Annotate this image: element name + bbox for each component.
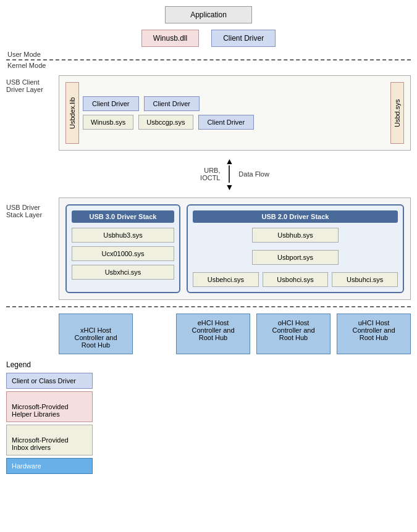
winusb-dll-label: Winusb.dll: [153, 34, 187, 43]
diagram: Application Winusb.dll Client Driver Use…: [0, 0, 417, 486]
arrow-double: ▲ ▼: [225, 157, 234, 191]
application-section: Application: [6, 6, 411, 23]
usbd-sys-box: Usbd.sys: [390, 82, 404, 144]
legend-section: Legend Client or Class Driver Microsoft-…: [6, 360, 411, 474]
usb20-mid-row: Usbport.sys: [193, 250, 398, 268]
user-mode-label: User Mode: [6, 51, 411, 58]
usbdex-lib-box: Usbdex.lib: [65, 82, 79, 144]
urb-ioctl-label: URB, IOCTL: [200, 167, 220, 181]
client-driver-top-box: Client Driver: [211, 30, 276, 47]
stack-layer-label: USB Driver Stack Layer: [6, 197, 59, 300]
ehci-ohci-uhci-group: eHCI Host Controller and Root Hub oHCI H…: [139, 314, 411, 354]
ucxd1000-box: Ucx01000.sys: [72, 246, 174, 261]
usbccgp-box: Usbccgp.sys: [138, 115, 193, 130]
xhci-box: xHCI Host Controller and Root Hub: [59, 314, 133, 354]
client-driver-top-label: Client Driver: [223, 34, 264, 43]
usbhub3-box: Usbhub3.sys: [72, 228, 174, 243]
client-driver-box-3: Client Driver: [198, 115, 255, 130]
ohci-box: oHCI Host Controller and Root Hub: [256, 314, 331, 354]
client-driver-bottom-row: Winusb.sys Usbccgp.sys Client Driver: [83, 115, 387, 130]
client-driver-box-2: Client Driver: [144, 96, 200, 111]
usb30-title: USB 3.0 Driver Stack: [72, 210, 174, 223]
ehci-box: eHCI Host Controller and Root Hub: [176, 314, 250, 354]
lower-dashed-divider: [6, 306, 411, 307]
uhci-box: uHCI Host Controller and Root Hub: [337, 314, 411, 354]
driver-stack-section: USB Driver Stack Layer USB 3.0 Driver St…: [6, 197, 411, 300]
mode-divider: User Mode Kernel Mode: [6, 51, 411, 69]
kernel-mode-label: Kernel Mode: [6, 62, 411, 69]
client-driver-box: Usbdex.lib Client Driver Client Driver W…: [59, 75, 411, 151]
application-box: Application: [165, 6, 252, 23]
usb20-top-row: Usbhub.sys: [193, 228, 398, 246]
usbohci-box: Usbohci.sys: [263, 272, 329, 287]
client-driver-top-row: Client Driver Client Driver: [83, 96, 387, 111]
usermode-row: Winusb.dll Client Driver: [6, 30, 411, 47]
client-driver-layer-label: USB Client Driver Layer: [6, 75, 59, 151]
client-driver-inner: Client Driver Client Driver Winusb.sys U…: [83, 96, 387, 130]
usb20-bottom-row: Usbehci.sys Usbohci.sys Usbuhci.sys: [193, 272, 398, 287]
host-controllers-section: xHCI Host Controller and Root Hub eHCI H…: [6, 314, 411, 354]
legend-helper-item: Microsoft-Provided Helper Libraries: [6, 391, 93, 422]
legend-hardware-item: Hardware: [6, 458, 93, 474]
arrow-section: URB, IOCTL ▲ ▼ Data Flow: [6, 157, 411, 191]
application-label: Application: [190, 10, 227, 19]
data-flow-label: Data Flow: [238, 170, 269, 178]
legend-title: Legend: [6, 360, 411, 369]
usbport-box: Usbport.sys: [252, 250, 339, 265]
usbxhci-box: Usbxhci.sys: [72, 265, 174, 280]
usbuhci-box: Usbuhci.sys: [332, 272, 398, 287]
usbhub-box: Usbhub.sys: [252, 228, 338, 243]
usb20-title: USB 2.0 Driver Stack: [193, 210, 398, 223]
winusb-dll-box: Winusb.dll: [141, 30, 199, 47]
client-driver-section: USB Client Driver Layer Usbdex.lib Clien…: [6, 75, 411, 151]
dashed-divider-top: [6, 59, 411, 60]
usb30-box: USB 3.0 Driver Stack Usbhub3.sys Ucx0100…: [65, 204, 180, 293]
legend-client-item: Client or Class Driver: [6, 373, 93, 389]
usbdex-lib-label: Usbdex.lib: [69, 97, 76, 128]
client-driver-box-1: Client Driver: [83, 96, 139, 111]
stack-container: USB 3.0 Driver Stack Usbhub3.sys Ucx0100…: [59, 197, 411, 300]
usbehci-box: Usbehci.sys: [193, 272, 259, 287]
usbd-sys-label: Usbd.sys: [394, 99, 401, 127]
winusb-sys-box: Winusb.sys: [83, 115, 133, 130]
legend-inbox-item: Microsoft-Provided Inbox drivers: [6, 425, 93, 455]
usb20-box: USB 2.0 Driver Stack Usbhub.sys Usbport.…: [187, 204, 404, 293]
